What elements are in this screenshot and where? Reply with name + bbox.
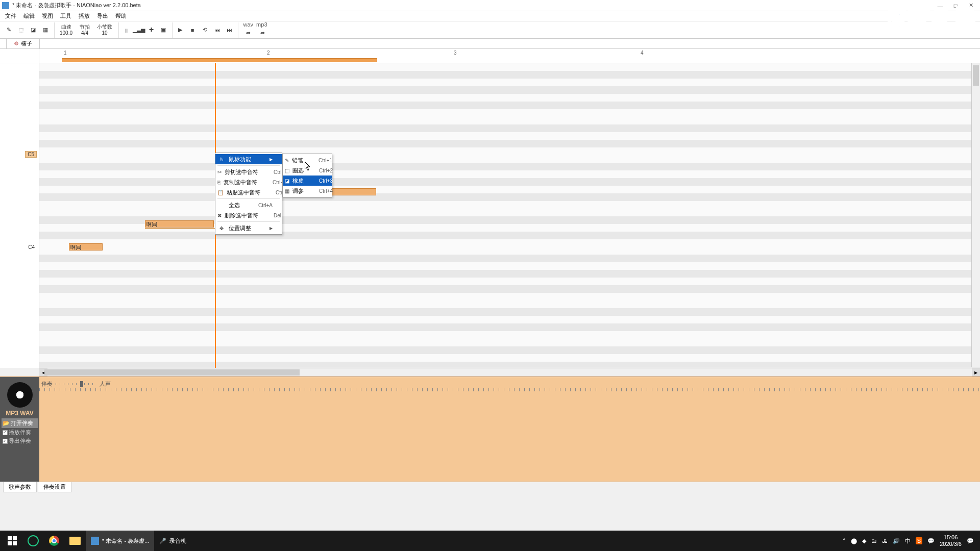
beat-display[interactable]: 节拍 4/4 xyxy=(77,24,93,36)
ctx-mouse-function[interactable]: 🖰 鼠标功能 ▶ xyxy=(215,154,282,164)
piano-roll-grid[interactable]: 啊[a] 啊[a] 🖰 鼠标功能 ▶ ✂ 剪切选中音符 Ctrl+X ⎘ 复制选… xyxy=(39,63,980,368)
next-button-icon[interactable]: ⏭ xyxy=(224,24,235,36)
menu-file[interactable]: 文件 xyxy=(2,11,19,21)
mp3wav-label: MP3 WAV xyxy=(6,410,33,417)
move-icon: ✥ xyxy=(217,226,226,231)
system-tray[interactable]: ˄ ⬤ ◆ 🗂 🖧 🔊 中 S 💬 15:06 2020/3/6 💬 xyxy=(843,534,978,547)
taskbar-chrome[interactable] xyxy=(44,531,64,551)
timeline-ruler[interactable]: 1 2 3 4 xyxy=(39,49,980,63)
lasso-icon: ⬚ xyxy=(285,168,289,173)
loop-button-icon[interactable]: ⟲ xyxy=(199,24,210,36)
folder-open-icon: 📂 xyxy=(3,420,10,427)
export-accompaniment-checkbox[interactable]: ✓导出伴奏 xyxy=(2,437,38,445)
menu-edit[interactable]: 编辑 xyxy=(20,11,38,21)
piano-c5-label: C5 xyxy=(25,151,37,158)
chevron-up-icon[interactable]: ˄ xyxy=(843,538,846,544)
start-button[interactable] xyxy=(2,531,22,551)
pencil-icon: ✎ xyxy=(285,158,289,163)
menu-tool[interactable]: 工具 xyxy=(57,11,75,21)
taskbar-clock[interactable]: 15:06 2020/3/6 xyxy=(940,534,962,547)
ctx-select-all[interactable]: 全选 Ctrl+A xyxy=(215,200,282,210)
delete-icon: ✖ xyxy=(217,213,222,218)
tab-voice-params[interactable]: 歌声参数 xyxy=(3,482,37,492)
menu-help[interactable]: 帮助 xyxy=(112,11,130,21)
mix-slider[interactable] xyxy=(56,383,96,385)
paste-icon: 📋 xyxy=(217,190,224,195)
tool-plus-icon[interactable]: ✚ xyxy=(145,24,157,36)
menu-export[interactable]: 导出 xyxy=(94,11,111,21)
param-tool-icon[interactable]: ▦ xyxy=(40,24,51,36)
sub-eraser[interactable]: ◪ 橡皮 Ctrl+3 xyxy=(283,176,332,186)
notification-icon[interactable]: 💬 xyxy=(927,538,935,544)
tray-icon-1[interactable]: ⬤ xyxy=(851,538,857,544)
menu-view[interactable]: 视图 xyxy=(39,11,56,21)
taskbar-app-recorder[interactable]: 🎤 录音机 xyxy=(154,531,191,551)
mouse-icon: 🖰 xyxy=(217,157,226,162)
voice-icon: ☸ xyxy=(14,40,19,47)
tray-icon-2[interactable]: ◆ xyxy=(862,538,866,544)
cd-icon xyxy=(7,382,33,408)
toolbar: ✎ ⬚ ◪ ▦ 曲速 100.0 节拍 4/4 小节数 10 ⫼ ▁▃▅ ✚ ▣… xyxy=(0,21,980,39)
folder-icon xyxy=(69,537,81,545)
eraser-icon: ◪ xyxy=(285,178,289,184)
ctx-paste[interactable]: 📋 粘贴选中音符 Ctrl+V xyxy=(215,187,282,197)
mouse-cursor xyxy=(305,162,311,171)
windows-icon xyxy=(8,536,17,545)
tool-bars-icon[interactable]: ⫼ xyxy=(121,24,132,36)
piano-keyboard[interactable]: C5 C4 xyxy=(0,63,39,368)
ctx-cut[interactable]: ✂ 剪切选中音符 Ctrl+X xyxy=(215,167,282,177)
ime-icon[interactable]: 中 xyxy=(905,537,911,545)
sogou-icon[interactable]: S xyxy=(916,537,922,544)
export-wav-icon[interactable]: ➦ xyxy=(242,28,254,39)
tab-accompaniment-settings[interactable]: 伴奏设置 xyxy=(38,482,71,492)
open-accompaniment-button[interactable]: 📂 打开伴奏 xyxy=(2,418,38,428)
scroll-right-icon[interactable]: ▶ xyxy=(972,368,980,377)
eraser-tool-icon[interactable]: ◪ xyxy=(28,24,39,36)
menu-bar: 文件 编辑 视图 工具 播放 导出 帮助 xyxy=(0,11,980,21)
tempo-display[interactable]: 曲速 100.0 xyxy=(57,24,76,36)
network-icon[interactable]: 🖧 xyxy=(882,538,888,544)
vertical-scrollbar[interactable] xyxy=(971,63,980,367)
ctx-copy[interactable]: ⎘ 复制选中音符 Ctrl+C xyxy=(215,177,282,187)
sub-param[interactable]: ▦ 调参 Ctrl+4 xyxy=(283,186,332,196)
tool-rect-icon[interactable]: ▣ xyxy=(158,24,169,36)
select-tool-icon[interactable]: ⬚ xyxy=(15,24,27,36)
bottom-tab-bar: 歌声参数 伴奏设置 xyxy=(0,482,980,492)
volume-icon[interactable]: 🔊 xyxy=(893,538,900,544)
ruler-selection[interactable] xyxy=(62,58,377,62)
action-center-icon[interactable]: 💬 xyxy=(967,538,974,544)
window-title: * 未命名 - 袅袅虚拟歌手 - NIAONiao ver 2.2.00.bet… xyxy=(12,2,933,9)
taskbar-app-niaoniao[interactable]: * 未命名 - 袅袅虚... xyxy=(86,531,154,551)
taskbar-edge[interactable] xyxy=(22,531,44,551)
app-small-icon xyxy=(91,537,99,545)
horizontal-scrollbar[interactable]: ◀ ▶ xyxy=(39,368,980,377)
piano-c4-label: C4 xyxy=(26,244,37,250)
cut-icon: ✂ xyxy=(217,169,222,175)
taskbar-explorer[interactable] xyxy=(64,531,86,551)
windows-taskbar: * 未命名 - 袅袅虚... 🎤 录音机 ˄ ⬤ ◆ 🗂 🖧 🔊 中 S 💬 1… xyxy=(0,531,980,551)
param-icon: ▦ xyxy=(285,188,289,194)
bars-display[interactable]: 小节数 10 xyxy=(94,24,115,36)
pencil-tool-icon[interactable]: ✎ xyxy=(3,24,14,36)
app-icon xyxy=(2,2,9,9)
prev-button-icon[interactable]: ⏮ xyxy=(211,24,223,36)
voice-tab[interactable]: ☸ 楠子 xyxy=(6,38,40,48)
stop-button-icon[interactable]: ■ xyxy=(187,24,198,36)
voice-tab-bar: ☸ 楠子 xyxy=(0,39,980,49)
accompaniment-ruler[interactable] xyxy=(39,388,980,391)
mic-icon: 🎤 xyxy=(159,538,166,544)
note-1[interactable]: 啊[a] xyxy=(145,220,214,228)
play-accompaniment-checkbox[interactable]: ✓播放伴奏 xyxy=(2,428,38,437)
tool-graph-icon[interactable]: ▁▃▅ xyxy=(133,24,144,36)
ctx-position-adjust[interactable]: ✥ 位置调整 ▶ xyxy=(215,223,282,233)
voice-tab-label: 楠子 xyxy=(21,40,32,47)
play-button-icon[interactable]: ▶ xyxy=(175,24,186,36)
mp3-label: mp3 xyxy=(256,21,267,28)
chrome-icon xyxy=(49,536,59,546)
context-submenu-mouse: ✎ 铅笔 Ctrl+1 ⬚ 圈选 Ctrl+2 ◪ 橡皮 Ctrl+3 ▦ 调参… xyxy=(282,154,332,197)
menu-play[interactable]: 播放 xyxy=(76,11,93,21)
note-2[interactable]: 啊[a] xyxy=(69,243,103,251)
battery-icon[interactable]: 🗂 xyxy=(871,538,877,544)
export-mp3-icon[interactable]: ➦ xyxy=(257,28,268,39)
ctx-delete[interactable]: ✖ 删除选中音符 Del xyxy=(215,210,282,220)
